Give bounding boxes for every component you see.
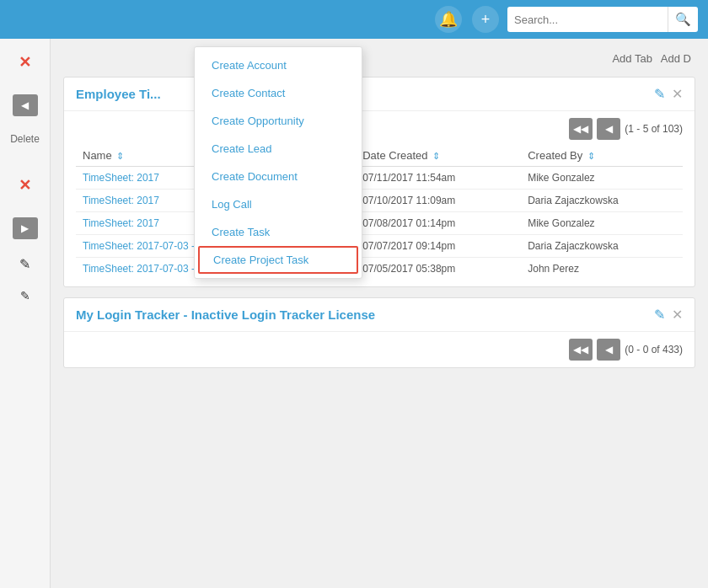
delete-label[interactable]: Delete (10, 133, 40, 145)
header-icon-group: 🔔 + (435, 6, 499, 33)
widget1-more-icon[interactable]: ✕ (672, 86, 683, 102)
widget1-actions: ✎ ✕ (654, 86, 683, 102)
left-sidebar: ✕ ◀ Delete ✕ ▶ ✎ ✎ (0, 39, 51, 588)
add-tab-link[interactable]: Add Tab (612, 52, 652, 65)
employee-timesheet-widget: Employee Ti... ✎ ✕ ◀◀ ◀ (1 - 5 of 103) (63, 77, 695, 287)
bell-icon: 🔔 (439, 10, 458, 29)
search-button[interactable]: 🔍 (668, 7, 698, 32)
row-date: 07/07/2017 09:14pm (356, 235, 521, 258)
create-account-item[interactable]: Create Account (195, 51, 362, 79)
col-created-by: Created By ⇕ (521, 145, 683, 167)
row-date: 07/05/2017 05:38pm (356, 258, 521, 281)
table-row: TimeSheet: 2017 07/11/2017 11:54am Mike … (76, 167, 683, 190)
notifications-button[interactable]: 🔔 (435, 6, 462, 33)
create-project-task-item[interactable]: Create Project Task (198, 246, 358, 274)
row-date: 07/08/2017 01:14pm (356, 212, 521, 235)
widget2-first-page-button[interactable]: ◀◀ (569, 339, 593, 361)
row-created-by: Mike Gonzalez (521, 167, 683, 190)
table-row: TimeSheet: 2017 07/10/2017 11:09am Daria… (76, 190, 683, 212)
widget1-header: Employee Ti... ✎ ✕ (64, 78, 695, 111)
row-name-link[interactable]: TimeSheet: 2017 (83, 172, 159, 184)
chevron-right-icon: ▶ (21, 222, 29, 234)
sort-icon-2[interactable]: ⇕ (432, 151, 440, 161)
search-container: 🔍 (507, 7, 698, 32)
table-row: TimeSheet: 2017 07/08/2017 01:14pm Mike … (76, 212, 683, 235)
row-date: 07/11/2017 11:54am (356, 167, 521, 190)
prev-nav-button[interactable]: ◀ (13, 94, 38, 116)
timesheet-table: Name ⇕ Date Created ⇕ Created By ⇕ (76, 145, 683, 280)
chevron-left-icon: ◀ (21, 99, 29, 111)
sort-icon-3[interactable]: ⇕ (587, 151, 595, 161)
create-contact-item[interactable]: Create Contact (195, 79, 362, 107)
create-lead-item[interactable]: Create Lead (195, 135, 362, 163)
first-page-button[interactable]: ◀◀ (569, 118, 593, 140)
row-created-by: Daria Zajaczkowska (521, 235, 683, 258)
widget2-prev-page-button[interactable]: ◀ (597, 339, 620, 361)
table-controls: ◀◀ ◀ (1 - 5 of 103) (76, 118, 683, 140)
login-tracker-widget: My Login Tracker - Inactive Login Tracke… (63, 297, 695, 368)
edit-icon[interactable]: ✎ (19, 256, 30, 272)
widget2-more-icon[interactable]: ✕ (672, 307, 683, 323)
log-call-item[interactable]: Log Call (195, 190, 362, 218)
row-name-link[interactable]: TimeSheet: 2017 (83, 195, 159, 206)
plus-icon: + (481, 11, 491, 29)
sort-icon[interactable]: ⇕ (116, 151, 124, 161)
widget2-pagination-info: (0 - 0 of 433) (625, 344, 683, 355)
create-dropdown-menu: Create Account Create Contact Create Opp… (194, 46, 362, 279)
close-button-2[interactable]: ✕ (10, 170, 40, 200)
table-header-row: Name ⇕ Date Created ⇕ Created By ⇕ (76, 145, 683, 167)
table-row: TimeSheet: 2017-07-03 - 2017-07-09 07/05… (76, 258, 683, 281)
create-opportunity-item[interactable]: Create Opportunity (195, 107, 362, 135)
prev-page-button[interactable]: ◀ (597, 118, 620, 140)
widget2-edit-icon[interactable]: ✎ (654, 307, 665, 323)
table-row: TimeSheet: 2017-07-03 - 2017-07-09 07/07… (76, 235, 683, 258)
edit-icon-2[interactable]: ✎ (20, 289, 30, 302)
row-created-by: Mike Gonzalez (521, 212, 683, 235)
row-name-link[interactable]: TimeSheet: 2017 (83, 217, 159, 229)
row-created-by: John Perez (521, 258, 683, 281)
top-actions-bar: Add Tab Add D (63, 47, 695, 70)
close-button[interactable]: ✕ (10, 47, 40, 78)
widget2-actions: ✎ ✕ (654, 307, 683, 323)
widget2-title: My Login Tracker - Inactive Login Tracke… (76, 307, 375, 322)
row-date: 07/10/2017 11:09am (356, 190, 521, 212)
add-d-link[interactable]: Add D (661, 52, 691, 65)
col-date-created: Date Created ⇕ (356, 145, 521, 167)
content-area: Add Tab Add D Employee Ti... ✎ ✕ ◀◀ ◀ (1… (51, 39, 708, 588)
create-button[interactable]: + (472, 6, 499, 33)
widget1-table-area: ◀◀ ◀ (1 - 5 of 103) Name ⇕ Date Created (64, 111, 695, 286)
widget1-title: Employee Ti... (76, 87, 161, 101)
create-task-item[interactable]: Create Task (195, 218, 362, 246)
top-header: 🔔 + 🔍 (0, 0, 708, 39)
create-document-item[interactable]: Create Document (195, 163, 362, 190)
widget2-header: My Login Tracker - Inactive Login Tracke… (64, 298, 695, 332)
pagination-info: (1 - 5 of 103) (625, 123, 683, 135)
row-created-by: Daria Zajaczkowska (521, 190, 683, 212)
widget1-edit-icon[interactable]: ✎ (654, 86, 665, 102)
search-icon: 🔍 (675, 12, 691, 27)
next-nav-button[interactable]: ▶ (13, 217, 38, 239)
search-input[interactable] (507, 7, 668, 32)
